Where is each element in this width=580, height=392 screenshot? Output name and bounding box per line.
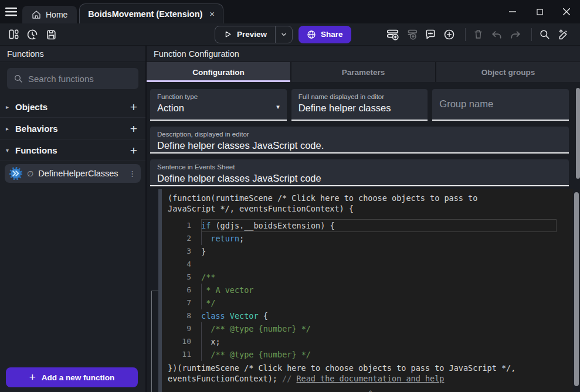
ai-edit-button[interactable] (555, 27, 571, 42)
code-token: { (259, 311, 268, 321)
code-token: ; (239, 234, 244, 243)
function-type-field[interactable]: Function type Action ▾ (150, 89, 287, 121)
sidebar-section-functions[interactable]: ▾ Functions + (0, 139, 145, 161)
search-icon (13, 74, 23, 83)
code-line[interactable]: 11 /** @type {number} */ (168, 348, 573, 361)
delete-button[interactable] (470, 27, 486, 42)
search-box[interactable] (7, 68, 138, 89)
main-header: Function Configuration (147, 46, 580, 62)
section-label: Objects (15, 102, 130, 112)
tab-boidsmovement[interactable]: BoidsMovement (Extension) × (79, 4, 223, 23)
add-object-button[interactable]: + (130, 101, 137, 113)
group-name-field[interactable]: Group name (432, 89, 569, 121)
line-content[interactable]: /** (201, 271, 557, 284)
code-line[interactable]: 1if (gdjs.__boidsExtension) { (168, 219, 573, 232)
sidebar-section-objects[interactable]: ▸ Objects + (0, 96, 145, 118)
code-editor[interactable]: (function(runtimeScene /* Click here to … (162, 189, 573, 392)
play-icon (223, 30, 232, 39)
line-number: 1 (168, 219, 191, 232)
add-event-button[interactable] (385, 27, 401, 42)
code-token: /** @type {number} */ (211, 324, 311, 333)
tab-object-groups[interactable]: Object groups (436, 62, 580, 82)
full-name-field[interactable]: Full name displayed in editor Define hel… (291, 89, 428, 121)
minimize-button[interactable] (499, 0, 526, 23)
description-value: Define helper classes JavaScript code. (157, 140, 562, 151)
close-button[interactable] (553, 0, 580, 23)
chevron-down-icon (280, 31, 287, 38)
fold-caret[interactable]: ^ (168, 390, 573, 392)
description-field[interactable]: Description, displayed in editor Define … (150, 127, 569, 154)
line-content[interactable]: return; (201, 232, 557, 245)
function-item-definehelperclasses[interactable]: ∅ DefineHelperClasses ⋮ (5, 164, 141, 183)
line-number: 8 (168, 309, 191, 322)
code-lines: 1if (gdjs.__boidsExtension) {2 return;3}… (168, 219, 573, 361)
content: Functions ▸ Objects + ▸ Behaviors (0, 46, 580, 392)
ai-pen-icon (557, 28, 569, 40)
preview-options-button[interactable] (275, 26, 292, 43)
description-label: Description, displayed in editor (157, 131, 562, 138)
code-wrapper-header[interactable]: (function(runtimeScene /* Click here to … (168, 193, 573, 214)
open-panels-button[interactable] (6, 27, 21, 42)
line-content[interactable]: if (gdjs.__boidsExtension) { (201, 219, 557, 232)
code-line[interactable]: 4 (168, 258, 573, 271)
form-scrollbar[interactable] (576, 88, 580, 179)
preview-button[interactable]: Preview (215, 26, 293, 43)
line-content[interactable]: /** @type {number} */ (201, 322, 557, 335)
line-number: 3 (168, 245, 191, 258)
line-content[interactable]: x; (201, 335, 557, 348)
sentence-value: Define helper classes JavaScript code (157, 173, 562, 184)
code-line[interactable]: 2 return; (168, 232, 573, 245)
save-button[interactable] (43, 27, 59, 42)
add-subevent-button[interactable] (404, 27, 419, 42)
search-button[interactable] (537, 27, 552, 42)
add-function-plus-button[interactable]: + (130, 144, 137, 156)
line-content[interactable]: /** @type {number} */ (201, 348, 557, 361)
maximize-button[interactable] (526, 0, 553, 23)
full-name-value: Define helper classes (299, 103, 421, 114)
tab-configuration[interactable]: Configuration (147, 62, 290, 82)
search-functions-input[interactable] (28, 74, 145, 84)
code-line[interactable]: 5/** (168, 271, 573, 284)
add-behavior-button[interactable]: + (130, 122, 137, 135)
line-content[interactable]: * A vector (201, 284, 557, 296)
version-history-button[interactable] (25, 27, 40, 42)
preview-button-main[interactable]: Preview (215, 26, 275, 43)
line-content[interactable]: class Vector { (201, 309, 557, 322)
line-content[interactable] (201, 258, 557, 271)
tab-parameters[interactable]: Parameters (291, 62, 435, 82)
tab-close-icon[interactable]: × (209, 9, 215, 18)
code-scrollbar[interactable] (574, 192, 579, 386)
code-line[interactable]: 7 */ (168, 296, 573, 309)
toolbar-divider (531, 28, 532, 41)
choose-event-button[interactable] (442, 27, 457, 42)
globe-icon (307, 30, 316, 39)
code-line[interactable]: 6 * A vector (168, 284, 573, 296)
add-comment-button[interactable] (423, 27, 438, 42)
code-line[interactable]: 3} (168, 245, 573, 258)
line-content[interactable]: } (201, 245, 557, 258)
sidebar-header: Functions (0, 46, 145, 62)
main-menu-button[interactable] (0, 0, 22, 23)
documentation-link[interactable]: Read the documentation and help (296, 374, 444, 383)
code-wrapper-footer[interactable]: })(runtimeScene /* Click here to choose … (168, 363, 573, 384)
app-window: Home BoidsMovement (Extension) × (0, 0, 580, 392)
sentence-field[interactable]: Sentence in Events Sheet Define helper c… (150, 159, 569, 186)
private-icon: ∅ (27, 169, 33, 178)
sidebar-section-behaviors[interactable]: ▸ Behaviors + (0, 118, 145, 139)
redo-button[interactable] (508, 27, 523, 42)
indent-guide (201, 296, 202, 309)
line-content[interactable]: */ (201, 296, 557, 309)
add-new-function-button[interactable]: + Add a new function (6, 367, 138, 387)
share-button[interactable]: Share (299, 26, 351, 43)
tab-home[interactable]: Home (22, 6, 77, 23)
code-token: class (201, 311, 225, 321)
code-line[interactable]: 10 x; (168, 335, 573, 348)
code-line[interactable]: 9 /** @type {number} */ (168, 322, 573, 335)
code-token (201, 234, 211, 243)
functions-sidebar: Functions ▸ Objects + ▸ Behaviors (0, 46, 147, 392)
hamburger-icon (5, 7, 17, 16)
code-line[interactable]: 8class Vector { (168, 309, 573, 322)
undo-button[interactable] (489, 27, 504, 42)
kebab-menu-icon[interactable]: ⋮ (128, 169, 136, 178)
code-event-area: (function(runtimeScene /* Click here to … (147, 189, 580, 392)
